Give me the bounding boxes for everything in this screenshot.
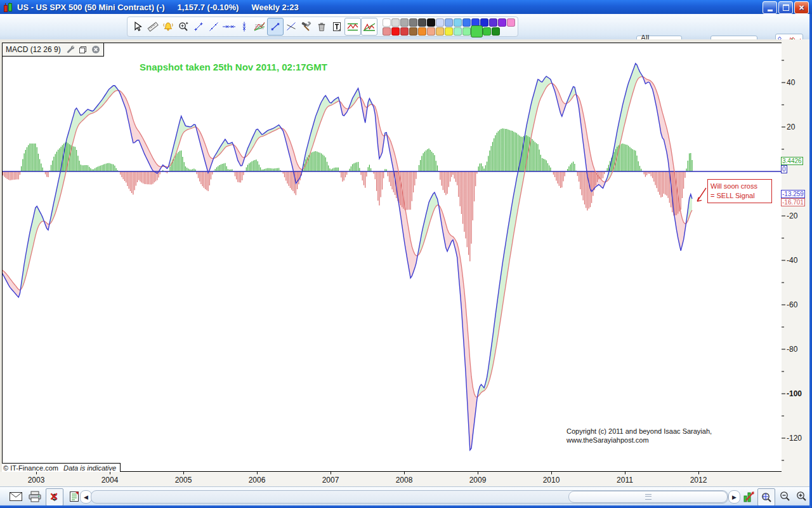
current-value-box: -13.259: [781, 190, 805, 198]
palette-swatch[interactable]: [507, 18, 515, 27]
palette-swatch[interactable]: [400, 18, 409, 27]
drawing-tools-button[interactable]: [299, 18, 314, 35]
palette-swatch[interactable]: [471, 25, 483, 37]
vertical-line-tool-button[interactable]: [237, 18, 252, 35]
x-axis-tick: [257, 472, 258, 474]
macd-chart-canvas[interactable]: [3, 43, 782, 471]
palette-row-2: [383, 27, 515, 36]
palette-swatch[interactable]: [427, 18, 435, 27]
x-axis-label: 2005: [169, 476, 197, 485]
delete-tool-button[interactable]: [314, 18, 329, 35]
text-note-tool-button[interactable]: [329, 18, 344, 35]
scrollbar-thumb[interactable]: [568, 491, 728, 503]
close-panel-icon[interactable]: [91, 45, 100, 54]
x-axis-tick: [625, 472, 625, 474]
parallel-lines-tool-button[interactable]: [284, 18, 299, 35]
zigzag-pattern-button[interactable]: [344, 18, 361, 36]
chart-settings-button[interactable]: [741, 488, 757, 505]
restore-button[interactable]: [778, 1, 793, 14]
palette-swatch[interactable]: [427, 27, 435, 36]
scrollbar-track[interactable]: [91, 490, 728, 504]
palette-swatch[interactable]: [436, 27, 444, 36]
palette-swatch[interactable]: [445, 18, 453, 27]
palette-swatch[interactable]: [436, 18, 444, 27]
palette-swatch[interactable]: [489, 18, 497, 27]
x-axis-tick: [551, 472, 552, 474]
zoom-area-tool-button[interactable]: [176, 18, 191, 35]
y-axis-label: -80: [787, 345, 797, 354]
palette-swatch[interactable]: [383, 18, 391, 27]
fan-lines-tool-button[interactable]: [252, 18, 267, 35]
segment-tool-button[interactable]: [191, 18, 206, 35]
palette-swatch[interactable]: [409, 27, 417, 36]
hide-fees-button-active[interactable]: $✕: [46, 488, 63, 506]
macd-plot-area[interactable]: MACD (12 26 9) Snapshot taken 25th Nov 2…: [2, 43, 782, 472]
x-axis-tick: [478, 472, 478, 474]
trendline-tool-button[interactable]: [206, 18, 221, 35]
cursor-icon: [132, 21, 143, 32]
palette-swatch[interactable]: [492, 27, 500, 36]
sell-signal-line2: = SELL Signal: [710, 191, 769, 201]
vertical-line-icon: [240, 21, 249, 32]
palette-swatch[interactable]: [445, 27, 453, 36]
print-button[interactable]: [27, 488, 43, 505]
palette-swatch[interactable]: [418, 18, 426, 27]
palette-swatch[interactable]: [462, 27, 471, 36]
provider-brand: © IT-Finance.com: [3, 464, 58, 472]
chart-zone: MACD (12 26 9) Snapshot taken 25th Nov 2…: [0, 39, 809, 486]
palette-swatch[interactable]: [462, 18, 471, 27]
palette-swatch[interactable]: [400, 27, 409, 36]
cursor-tool-button[interactable]: [130, 18, 145, 35]
zoom-out-button[interactable]: [776, 488, 793, 505]
macd-fill-positive: [3, 64, 692, 397]
scroll-right-button[interactable]: ▶: [728, 490, 740, 504]
sell-signal-arrow: [697, 188, 706, 201]
provider-note: Data is indicative: [63, 464, 116, 472]
triangle-pattern-button[interactable]: [361, 18, 377, 36]
drawing-toolbar: All data▼ Weekly▼: [0, 14, 812, 40]
current-value-box: 3.4426: [781, 157, 803, 165]
signal-line: [3, 77, 692, 398]
envelope-icon: [10, 492, 22, 501]
palette-swatch[interactable]: [409, 18, 417, 27]
sell-signal-note[interactable]: Will soon cross = SELL Signal: [707, 179, 772, 203]
fan-lines-icon: [253, 21, 266, 32]
tool-group: [127, 17, 518, 37]
magnifier-fit-icon: [760, 491, 773, 504]
alarm-tool-button[interactable]: [160, 18, 176, 35]
palette-swatch[interactable]: [383, 27, 391, 36]
y-axis[interactable]: 4020-20-40-60-80-100-1203.44260-13.259-1…: [782, 39, 809, 486]
triangle-pattern-icon: [362, 21, 376, 32]
restore-icon: [783, 4, 789, 11]
palette-swatch[interactable]: [418, 27, 426, 36]
minimize-icon: [768, 10, 773, 11]
zoom-fit-button-active[interactable]: [757, 488, 775, 506]
y-axis-label: -20: [787, 211, 797, 220]
window-frame-right: [809, 14, 812, 508]
palette-swatch[interactable]: [454, 18, 462, 27]
horizontal-line-tool-button[interactable]: [221, 18, 237, 35]
indicator-panel-header[interactable]: MACD (12 26 9): [2, 43, 104, 57]
close-button[interactable]: ✕: [794, 1, 809, 14]
zoom-in-button[interactable]: [793, 488, 809, 505]
palette-swatch[interactable]: [498, 18, 506, 27]
palette-swatch[interactable]: [391, 18, 400, 27]
palette-row-1: [383, 18, 515, 27]
title-bar[interactable]: US - US SPX 500 (50 Mini Contract) (-) 1…: [0, 0, 812, 14]
minimize-button[interactable]: [763, 1, 777, 14]
segment-select-tool-button-active[interactable]: [267, 18, 284, 36]
wrench-settings-icon[interactable]: [65, 45, 74, 54]
x-axis-label: 2007: [317, 476, 344, 485]
snapshot-timestamp-note: Snapshot taken 25th Nov 2011, 02:17GMT: [140, 62, 327, 72]
x-axis-label: 2010: [537, 476, 565, 485]
ruler-tool-button[interactable]: [145, 18, 160, 35]
trash-icon: [316, 21, 327, 32]
palette-swatch[interactable]: [454, 27, 462, 36]
segment-select-icon: [270, 21, 281, 32]
copy-panel-icon[interactable]: [79, 46, 87, 54]
x-axis[interactable]: 2003200420052006200720082009201020112012: [0, 472, 782, 486]
x-axis-label: 2011: [611, 476, 639, 485]
email-button[interactable]: [8, 488, 24, 505]
palette-swatch[interactable]: [483, 27, 491, 36]
palette-swatch[interactable]: [391, 27, 400, 36]
